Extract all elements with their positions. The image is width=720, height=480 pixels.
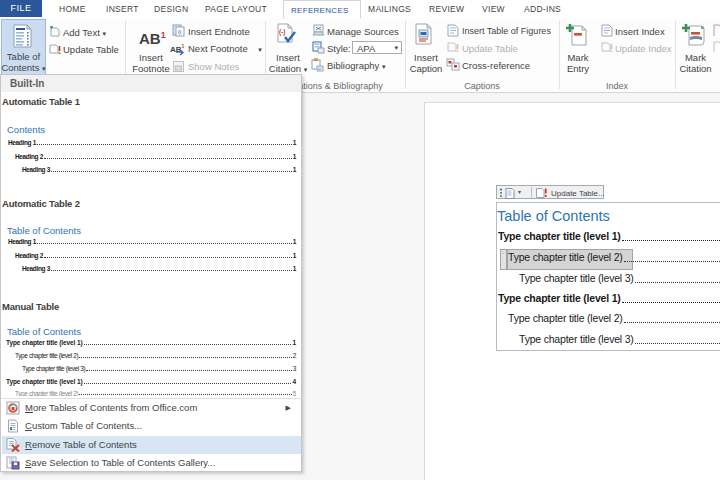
svg-text:(-): (-) <box>279 28 286 36</box>
svg-text:(i: (i <box>178 29 181 35</box>
